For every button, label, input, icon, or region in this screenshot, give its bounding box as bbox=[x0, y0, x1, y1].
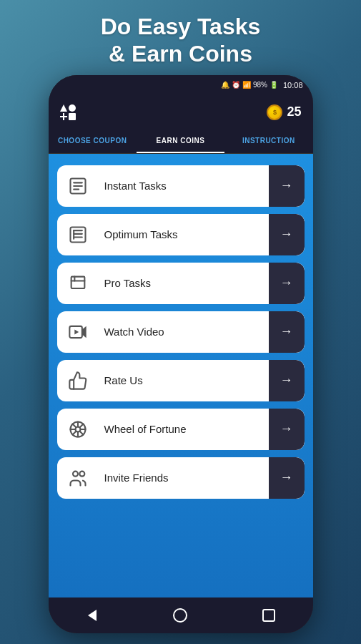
watch-video-icon-area bbox=[57, 311, 99, 353]
video-icon bbox=[68, 322, 88, 342]
instant-tasks-arrow-btn[interactable]: → bbox=[269, 165, 305, 207]
task-row-watch-video[interactable]: Watch Video → bbox=[57, 311, 305, 353]
arrow-icon: → bbox=[280, 227, 293, 242]
tab-earn-coins[interactable]: EARN COINS bbox=[137, 130, 224, 153]
back-button[interactable] bbox=[78, 601, 107, 630]
status-bar: 🔔 ⏰ 📶 98% 🔋 10:08 bbox=[49, 75, 313, 95]
svg-point-26 bbox=[79, 471, 84, 476]
arrow-icon: → bbox=[280, 178, 293, 193]
svg-rect-9 bbox=[71, 276, 84, 288]
instant-tasks-icon-area bbox=[57, 165, 99, 207]
arrow-icon: → bbox=[280, 421, 293, 436]
nav-bar bbox=[49, 597, 313, 633]
content-area: Instant Tasks → Optimum Tasks → bbox=[49, 154, 313, 597]
rate-us-icon-area bbox=[57, 360, 99, 401]
header-line2: & Earn Coins bbox=[109, 41, 252, 67]
task-row-rate-us[interactable]: Rate Us → bbox=[57, 360, 305, 401]
invite-friends-arrow-btn[interactable]: → bbox=[269, 457, 305, 499]
battery-icon: 🔋 bbox=[269, 81, 278, 89]
pro-tasks-icon-area bbox=[57, 263, 99, 304]
watch-video-label: Watch Video bbox=[104, 326, 263, 338]
friends-icon bbox=[68, 468, 88, 488]
coin-icon: $ bbox=[267, 104, 282, 120]
app-header: $ 25 bbox=[49, 95, 313, 130]
optimum-tasks-icon-area bbox=[57, 214, 99, 255]
back-icon bbox=[88, 610, 97, 621]
header-section: Do Easy Tasks & Earn Coins bbox=[86, 0, 275, 75]
logo bbox=[60, 104, 76, 120]
signal-icon: 📶 bbox=[242, 81, 251, 89]
tab-instruction[interactable]: INSTRUCTION bbox=[224, 130, 312, 153]
list-icon bbox=[68, 176, 88, 196]
task-row-optimum-tasks[interactable]: Optimum Tasks → bbox=[57, 214, 305, 255]
time-display: 10:08 bbox=[283, 81, 303, 89]
wheel-icon bbox=[68, 419, 88, 439]
instant-tasks-label: Instant Tasks bbox=[104, 180, 263, 192]
recents-icon bbox=[262, 609, 275, 622]
wheel-of-fortune-arrow-btn[interactable]: → bbox=[269, 409, 305, 450]
watch-video-arrow-btn[interactable]: → bbox=[269, 311, 305, 353]
task-row-pro-tasks[interactable]: Pro Tasks → bbox=[57, 263, 305, 304]
wheel-of-fortune-icon-area bbox=[57, 409, 99, 450]
rate-us-arrow-btn[interactable]: → bbox=[269, 360, 305, 401]
battery-text: 98% bbox=[253, 81, 267, 89]
wheel-of-fortune-label: Wheel of Fortune bbox=[104, 423, 263, 435]
recents-button[interactable] bbox=[254, 601, 283, 630]
coin-area: $ 25 bbox=[267, 104, 301, 120]
svg-line-21 bbox=[72, 424, 76, 427]
arrow-icon: → bbox=[280, 470, 293, 485]
svg-line-23 bbox=[79, 424, 83, 427]
arrow-icon: → bbox=[280, 373, 293, 388]
bell-icon: 🔔 bbox=[221, 81, 229, 89]
svg-marker-14 bbox=[74, 329, 79, 334]
invite-friends-icon-area bbox=[57, 457, 99, 499]
arrow-icon: → bbox=[280, 324, 293, 339]
pro-tasks-arrow-btn[interactable]: → bbox=[269, 263, 305, 304]
task-row-instant-tasks[interactable]: Instant Tasks → bbox=[57, 165, 305, 207]
header-line1: Do Easy Tasks bbox=[101, 14, 261, 39]
invite-friends-label: Invite Friends bbox=[104, 472, 263, 484]
task-row-invite-friends[interactable]: Invite Friends → bbox=[57, 457, 305, 499]
pro-tasks-label: Pro Tasks bbox=[104, 277, 263, 289]
svg-line-24 bbox=[72, 431, 76, 435]
svg-line-22 bbox=[79, 431, 83, 435]
svg-point-25 bbox=[73, 471, 78, 476]
home-button[interactable] bbox=[166, 601, 194, 630]
home-icon bbox=[173, 608, 187, 623]
coin-count: 25 bbox=[287, 104, 301, 119]
optimum-tasks-arrow-btn[interactable]: → bbox=[269, 214, 305, 255]
grid-icon bbox=[68, 225, 88, 245]
optimum-tasks-label: Optimum Tasks bbox=[104, 228, 263, 240]
alarm-icon: ⏰ bbox=[232, 81, 240, 89]
tab-choose-coupon[interactable]: CHOOSE COUPON bbox=[49, 130, 137, 153]
phone-frame: 🔔 ⏰ 📶 98% 🔋 10:08 $ 25 CHOOSE COUPON bbox=[49, 75, 313, 633]
rate-us-label: Rate Us bbox=[104, 374, 263, 386]
arrow-icon: → bbox=[280, 275, 293, 291]
task-row-wheel-of-fortune[interactable]: Wheel of Fortune → bbox=[57, 409, 305, 450]
svg-rect-4 bbox=[70, 227, 85, 242]
thumbsup-icon bbox=[68, 371, 88, 391]
tabs-row: CHOOSE COUPON EARN COINS INSTRUCTION bbox=[49, 130, 313, 154]
layers-icon bbox=[68, 273, 88, 293]
